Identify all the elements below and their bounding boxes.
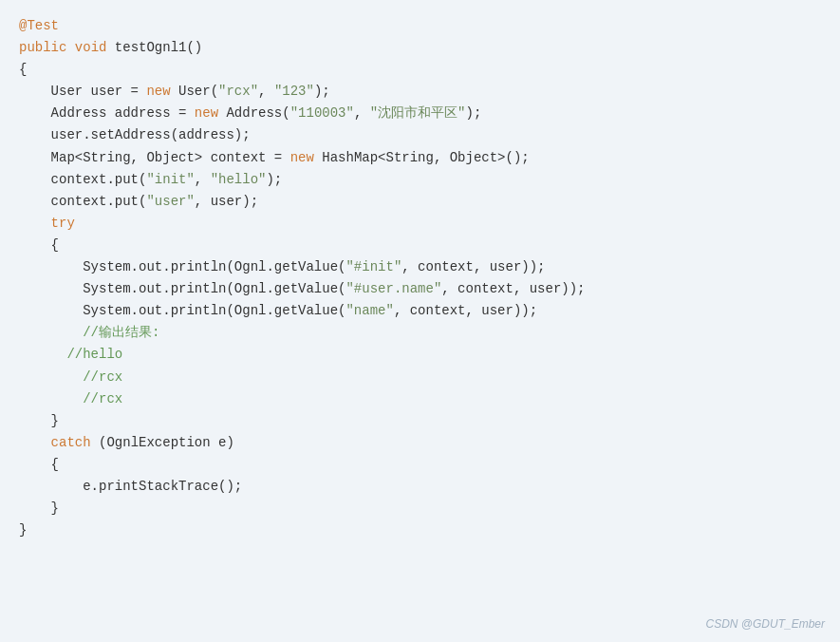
code-line-22: e.printStackTrace(); [19,476,821,498]
code-line-19: } [19,410,821,432]
code-line-8: context.put("init", "hello"); [19,169,821,191]
code-line-10: try [19,213,821,235]
code-line-1: @Test [19,15,821,37]
code-line-14: System.out.println(Ognl.getValue("name",… [19,300,821,322]
code-container: @Test public void testOgnl1() { User use… [0,0,840,642]
code-line-4: User user = new User("rcx", "123"); [19,81,821,103]
code-line-15: //输出结果: [19,322,821,344]
code-line-18: //rcx [19,388,821,410]
code-line-16: //hello [19,344,821,366]
code-line-3: { [19,59,821,81]
code-line-12: System.out.println(Ognl.getValue("#init"… [19,256,821,278]
code-line-11: { [19,235,821,256]
code-line-5: Address address = new Address("110003", … [19,103,821,124]
code-line-6: user.setAddress(address); [19,124,821,146]
code-line-2: public void testOgnl1() [19,37,821,59]
code-line-13: System.out.println(Ognl.getValue("#user.… [19,278,821,300]
code-line-21: { [19,454,821,476]
code-line-20: catch (OgnlException e) [19,432,821,454]
code-line-23: } [19,498,821,519]
code-line-7: Map<String, Object> context = new HashMa… [19,147,821,169]
code-line-17: //rcx [19,367,821,388]
watermark: CSDN @GDUT_Ember [705,617,825,631]
code-block: @Test public void testOgnl1() { User use… [19,15,821,541]
code-line-24: } [19,519,821,541]
code-line-9: context.put("user", user); [19,191,821,213]
